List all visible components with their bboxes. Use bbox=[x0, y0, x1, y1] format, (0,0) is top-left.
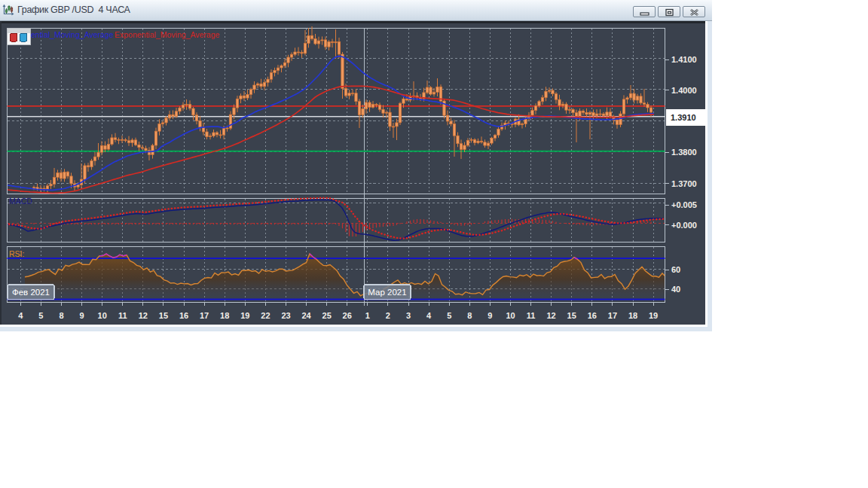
svg-text:Мар 2021: Мар 2021 bbox=[368, 288, 406, 297]
svg-text:4: 4 bbox=[18, 311, 23, 320]
svg-text:1.3700: 1.3700 bbox=[671, 179, 697, 188]
svg-text:16: 16 bbox=[179, 311, 188, 320]
svg-text:16: 16 bbox=[588, 311, 597, 320]
svg-text:10: 10 bbox=[506, 311, 515, 320]
svg-text:15: 15 bbox=[159, 311, 168, 320]
svg-text:2: 2 bbox=[386, 311, 390, 320]
svg-text:+0.000: +0.000 bbox=[671, 221, 697, 230]
svg-text:10: 10 bbox=[98, 311, 107, 320]
svg-text:1.4100: 1.4100 bbox=[671, 55, 697, 64]
svg-text:17: 17 bbox=[608, 311, 617, 320]
svg-text:11: 11 bbox=[527, 311, 536, 320]
svg-text:12: 12 bbox=[139, 311, 148, 320]
svg-text:22: 22 bbox=[261, 311, 270, 320]
svg-text:+0.005: +0.005 bbox=[671, 200, 697, 209]
svg-text:1.4000: 1.4000 bbox=[671, 86, 697, 95]
svg-text:24: 24 bbox=[301, 311, 311, 320]
svg-text:MACD: MACD bbox=[9, 197, 32, 206]
svg-text:4: 4 bbox=[426, 311, 432, 320]
svg-text:1: 1 bbox=[365, 311, 370, 320]
svg-text:ential_Moving_Average: ential_Moving_Average bbox=[31, 30, 114, 39]
svg-text:19: 19 bbox=[240, 311, 249, 320]
svg-text:1.3800: 1.3800 bbox=[671, 148, 697, 157]
svg-text:11: 11 bbox=[118, 311, 127, 320]
svg-text:18: 18 bbox=[628, 311, 637, 320]
svg-text:RSI:: RSI: bbox=[9, 249, 24, 258]
svg-text:17: 17 bbox=[200, 311, 209, 320]
svg-text:5: 5 bbox=[447, 311, 451, 320]
svg-text:Exponential_Moving_Average: Exponential_Moving_Average bbox=[115, 30, 219, 39]
svg-text:15: 15 bbox=[567, 311, 576, 320]
svg-text:12: 12 bbox=[546, 311, 555, 320]
svg-text:23: 23 bbox=[281, 311, 290, 320]
svg-text:8: 8 bbox=[467, 311, 472, 320]
svg-text:40: 40 bbox=[671, 285, 680, 294]
svg-text:25: 25 bbox=[322, 311, 332, 320]
svg-text:9: 9 bbox=[80, 311, 84, 320]
svg-text:Фев 2021: Фев 2021 bbox=[12, 288, 50, 297]
svg-text:1.3910: 1.3910 bbox=[671, 113, 696, 122]
svg-text:18: 18 bbox=[220, 311, 229, 320]
svg-text:8: 8 bbox=[59, 311, 63, 320]
svg-text:19: 19 bbox=[649, 311, 658, 320]
svg-text:26: 26 bbox=[343, 311, 352, 320]
svg-text:9: 9 bbox=[487, 311, 492, 320]
svg-text:5: 5 bbox=[38, 311, 43, 320]
svg-text:3: 3 bbox=[406, 311, 411, 320]
svg-text:60: 60 bbox=[671, 265, 680, 274]
